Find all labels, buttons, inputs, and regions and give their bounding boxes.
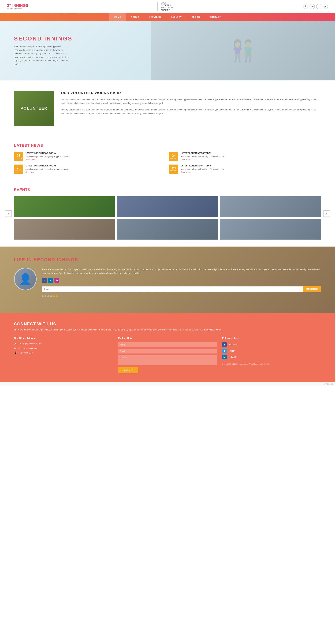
event-image-4	[14, 218, 115, 240]
news-date-4: 23 DEC,2014	[169, 164, 178, 174]
volunteer-text-2: ndustry. Lorem Ipsum has been the indust…	[61, 108, 321, 116]
follow-twitter-icon[interactable]: t	[222, 348, 227, 353]
news-text-1: an unknown printer took a galley of type…	[26, 156, 69, 158]
follow-linkedin-icon[interactable]: in	[222, 355, 227, 360]
event-image-5	[117, 218, 218, 240]
life-title: LIFE IN SECOND INNINGS	[14, 257, 78, 262]
dot-3[interactable]	[48, 296, 49, 297]
news-month-3: DEC,2014	[15, 170, 22, 172]
news-month-1: DEC,2014	[15, 158, 22, 159]
news-item-3: 25 DEC,2014 LATEST LOREM NEWS TODAY an u…	[14, 164, 166, 174]
watermark-text: jinhei .com	[324, 383, 333, 385]
office-phone-item: 📱 +91 000 00 00 0	[14, 352, 113, 354]
contact-comment-input[interactable]	[118, 355, 217, 365]
dot-2[interactable]	[45, 296, 46, 297]
news-text-2: an unknown printer took a galley of type…	[181, 156, 224, 158]
latest-news-section: LATEST NEWS 26 DEC,2014 LATEST LOREM NEW…	[0, 136, 335, 180]
dot-1[interactable]	[42, 296, 44, 297]
nav-gallery[interactable]: GALLERY	[166, 13, 187, 21]
facebook-icon[interactable]: f	[303, 4, 308, 9]
hero-title: SECOND INNINGS	[14, 36, 321, 42]
hero-text: when an unknown printer took a galley of…	[14, 45, 70, 66]
news-date-1: 26 DEC,2014	[14, 152, 23, 161]
volunteer-section: VOLUNTEER OUR VOLUNTEER WORKS HARD ndust…	[0, 80, 335, 136]
mail-us-col: Mail us Here SUBMIT	[118, 337, 217, 374]
news-content-4: LATEST LOREM NEWS TODAY an unknown print…	[181, 164, 224, 174]
nav-contact[interactable]: CONTACT	[205, 13, 226, 21]
news-content-2: LATEST LOREM NEWS TODAY an unknown print…	[181, 152, 224, 161]
copyright-text: Copyright © 2015,Company name All rights…	[222, 363, 321, 365]
contact-submit-button[interactable]: SUBMIT	[118, 367, 138, 374]
nav-blogs[interactable]: BLOGS	[187, 13, 205, 21]
volunteer-title: OUR VOLUNTEER WORKS HARD	[61, 91, 321, 95]
news-month-4: DEC,2014	[170, 170, 178, 172]
dot-5[interactable]	[53, 296, 55, 297]
nav-services[interactable]: SERVICES	[144, 13, 166, 21]
email-subscribe-input[interactable]	[42, 286, 303, 292]
email-subscribe-form: SUBSCRIBE	[42, 286, 321, 292]
news-item-2: 24 DEC,2014 LATEST LOREM NEWS TODAY an u…	[169, 152, 321, 161]
volunteer-content: OUR VOLUNTEER WORKS HARD ndustry. Lorem …	[61, 91, 321, 118]
contact-name-input[interactable]	[118, 342, 217, 347]
news-content-1: LATEST LOREM NEWS TODAY an unknown print…	[26, 152, 69, 161]
dot-4[interactable]	[50, 296, 52, 297]
follow-twitter-item: t Twitter	[222, 348, 321, 353]
register-link[interactable]: REGISTER	[161, 4, 174, 6]
connect-subtitle: There are many variations of passages of…	[14, 328, 321, 332]
youtube-icon[interactable]: ▶	[323, 4, 328, 9]
contact-email-input[interactable]	[118, 348, 217, 354]
events-grid	[14, 196, 321, 240]
volunteer-text-1: ndustry. Lorem Ipsum has been the indust…	[61, 98, 321, 105]
twitter-icon[interactable]: t	[316, 4, 322, 9]
office-phone-text: +91 000 00 00 0	[19, 352, 33, 354]
login-link[interactable]: LOGIN	[161, 2, 174, 4]
connect-grid: Our Office Address 🏠 Lorem Ipsy street,N…	[14, 337, 321, 374]
watermark: jinhei .com	[0, 382, 335, 386]
life-facebook-icon[interactable]: f	[42, 278, 47, 283]
carousel-next-button[interactable]: ›	[324, 210, 330, 217]
news-item-4: 23 DEC,2014 LATEST LOREM NEWS TODAY an u…	[169, 164, 321, 174]
follow-facebook-item: f Facebook	[222, 342, 321, 347]
header-social-icons: f g+ t ▶	[303, 4, 328, 9]
news-read-more-1[interactable]: Read More	[26, 158, 35, 161]
life-content: 👤 There are many variations of passages …	[14, 268, 321, 297]
office-address-col: Our Office Address 🏠 Lorem Ipsy street,N…	[14, 337, 113, 374]
office-email-text: 123 info@example.com	[18, 347, 38, 349]
logo: 2nd INNINGS life after retirement	[7, 3, 28, 10]
news-title-1: LATEST LOREM NEWS TODAY	[26, 152, 69, 154]
life-text: There are many variations of passages of…	[42, 268, 321, 275]
nav-about[interactable]: ABOUT	[126, 13, 144, 21]
my-account-link[interactable]: MY ACCOUNT	[161, 7, 174, 9]
office-address-item: 🏠 Lorem Ipsy street,Newyork	[14, 342, 113, 345]
news-text-4: an unknown printer took a galley of type…	[181, 168, 224, 170]
news-read-more-2[interactable]: Read More	[181, 158, 190, 161]
life-instagram-icon[interactable]: ☎	[54, 278, 59, 283]
follow-linkedin-label: Linked In	[228, 356, 237, 358]
news-day-4: 23	[172, 166, 176, 170]
news-title-2: LATEST LOREM NEWS TODAY	[181, 152, 224, 154]
header: 2nd INNINGS life after retirement LOGIN …	[0, 0, 335, 13]
news-read-more-4[interactable]: Read More	[181, 171, 190, 173]
header-links: LOGIN REGISTER MY ACCOUNT ENQUIRY	[158, 2, 174, 11]
events-title: EVENTS	[14, 188, 321, 192]
google-plus-icon[interactable]: g+	[310, 4, 315, 9]
follow-us-title: Follow us here	[222, 337, 321, 340]
follow-facebook-icon[interactable]: f	[222, 342, 227, 347]
enquiry-link[interactable]: ENQUIRY	[161, 9, 174, 11]
logo-tagline: life after retirement	[7, 8, 28, 10]
subscribe-button[interactable]: SUBSCRIBE	[303, 286, 321, 292]
news-day-3: 25	[16, 166, 20, 170]
dot-6[interactable]	[56, 296, 58, 297]
logo-text: 2nd INNINGS	[7, 3, 28, 8]
life-linkedin-icon[interactable]: in	[48, 278, 53, 283]
home-icon: 🏠	[14, 342, 17, 345]
news-title-3: LATEST LOREM NEWS TODAY	[26, 164, 69, 167]
news-title-4: LATEST LOREM NEWS TODAY	[181, 164, 224, 167]
connect-section: CONNECT WITH US There are many variation…	[0, 313, 335, 382]
latest-news-title: LATEST NEWS	[14, 143, 321, 148]
carousel-prev-button[interactable]: ‹	[5, 210, 12, 217]
follow-twitter-label: Twitter	[228, 350, 234, 352]
news-read-more-3[interactable]: Read More	[26, 171, 35, 173]
main-nav: HOME ABOUT SERVICES GALLERY BLOGS CONTAC…	[0, 13, 335, 21]
nav-home[interactable]: HOME	[109, 13, 126, 21]
